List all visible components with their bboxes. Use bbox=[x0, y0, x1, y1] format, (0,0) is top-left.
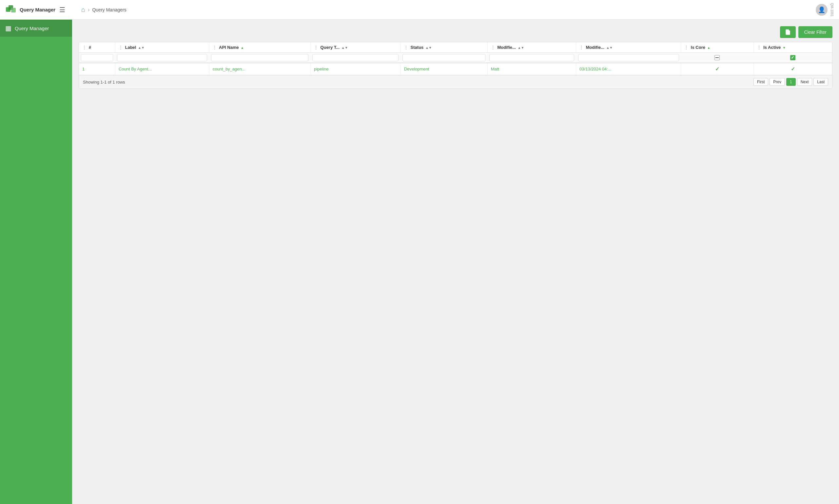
clear-filter-button[interactable]: Clear Filter bbox=[798, 26, 833, 38]
cell-is-active: ✓ bbox=[753, 63, 832, 75]
app-name: Query Manager bbox=[20, 7, 55, 13]
drag-handle-label: ⋮ bbox=[119, 45, 123, 50]
breadcrumb-separator: › bbox=[88, 7, 89, 13]
filter-input-status[interactable] bbox=[403, 54, 485, 61]
sort-icon-modby: ▲▼ bbox=[518, 46, 524, 50]
filter-isactive-checked[interactable] bbox=[790, 55, 796, 60]
col-label-hash: # bbox=[89, 45, 91, 50]
row-modon-link[interactable]: 03/13/2024 04:... bbox=[579, 67, 611, 71]
cell-api-name: count_by_agen... bbox=[209, 63, 310, 75]
row-id-link[interactable]: 1 bbox=[82, 67, 85, 71]
col-header-modified-on[interactable]: ⋮ Modifie... ▲▼ bbox=[576, 42, 681, 53]
cell-hash: 1 bbox=[79, 63, 115, 75]
table-body: 1 Count By Agent... count_by_agen... pip… bbox=[79, 63, 832, 75]
next-page-button[interactable]: Next bbox=[797, 78, 813, 86]
filter-iscore-checkbox-wrapper bbox=[683, 55, 751, 60]
row-status-link[interactable]: Development bbox=[404, 67, 429, 71]
main-layout: ▦ Query Manager Clear Filter bbox=[0, 20, 839, 504]
sidebar-item-label: Query Manager bbox=[15, 25, 49, 31]
row-modby-link[interactable]: Matt bbox=[491, 67, 499, 71]
cell-is-core: ✓ bbox=[681, 63, 753, 75]
logo-area: Query Manager ☰ bbox=[5, 4, 77, 16]
query-manager-icon: ▦ bbox=[5, 24, 12, 32]
drag-handle-iscore: ⋮ bbox=[684, 45, 688, 50]
cell-modified-on: 03/13/2024 04:... bbox=[576, 63, 681, 75]
filter-modby bbox=[487, 53, 576, 63]
filter-api bbox=[209, 53, 310, 63]
filter-input-api[interactable] bbox=[211, 54, 308, 61]
filter-label bbox=[115, 53, 209, 63]
col-header-query-type[interactable]: ⋮ Query T... ▲▼ bbox=[310, 42, 400, 53]
sort-icon-modon: ▲▼ bbox=[606, 46, 613, 50]
col-label-modby: Modifie... bbox=[498, 45, 516, 50]
prev-page-button[interactable]: Prev bbox=[769, 78, 785, 86]
filter-iscore bbox=[681, 53, 753, 63]
col-label-label: Label bbox=[125, 45, 136, 50]
col-header-label[interactable]: ⋮ Label ▲▼ bbox=[115, 42, 209, 53]
last-page-button[interactable]: Last bbox=[814, 78, 828, 86]
filter-isactive-checkbox-wrapper bbox=[755, 55, 830, 60]
drag-handle-api: ⋮ bbox=[213, 45, 217, 50]
new-record-button[interactable] bbox=[780, 26, 796, 38]
is-core-check-icon: ✓ bbox=[715, 66, 719, 72]
filter-input-qtype[interactable] bbox=[312, 54, 398, 61]
showing-text: Showing 1-1 of 1 rows bbox=[83, 79, 125, 85]
content-area: Clear Filter ⋮ # ⋮ Label ▲▼ bbox=[72, 20, 839, 504]
pagination-buttons: First Prev 1 Next Last bbox=[753, 78, 828, 86]
home-icon[interactable]: ⌂ bbox=[81, 6, 85, 14]
user-id-badge: QM-1001 bbox=[830, 3, 834, 17]
is-active-check-icon: ✓ bbox=[791, 66, 795, 72]
cell-status: Development bbox=[400, 63, 487, 75]
filter-modon bbox=[576, 53, 681, 63]
table-row: 1 Count By Agent... count_by_agen... pip… bbox=[79, 63, 832, 75]
col-header-hash[interactable]: ⋮ # bbox=[79, 42, 115, 53]
drag-handle-qtype: ⋮ bbox=[314, 45, 318, 50]
sort-icon-status: ▲▼ bbox=[425, 46, 432, 50]
filter-input-modby[interactable] bbox=[489, 54, 574, 61]
drag-handle-isactive: ⋮ bbox=[757, 45, 761, 50]
toolbar: Clear Filter bbox=[79, 26, 833, 38]
app-logo bbox=[5, 4, 17, 16]
filter-input-hash[interactable] bbox=[81, 54, 113, 61]
data-table: ⋮ # ⋮ Label ▲▼ ⋮ API Name ▲ bbox=[79, 42, 833, 89]
svg-rect-2 bbox=[11, 8, 16, 13]
sidebar: ▦ Query Manager bbox=[0, 20, 72, 504]
col-header-is-core[interactable]: ⋮ Is Core ▲ bbox=[681, 42, 753, 53]
filter-iscore-indeterminate[interactable] bbox=[714, 55, 720, 60]
row-api-link[interactable]: count_by_agen... bbox=[213, 67, 246, 71]
col-label-iscore: Is Core bbox=[691, 45, 705, 50]
sort-icon-qtype: ▲▼ bbox=[341, 46, 348, 50]
filter-input-label[interactable] bbox=[117, 54, 207, 61]
drag-handle-modby: ⋮ bbox=[491, 45, 495, 50]
col-header-is-active[interactable]: ⋮ Is Active ▼ bbox=[753, 42, 832, 53]
sidebar-item-query-manager[interactable]: ▦ Query Manager bbox=[0, 20, 72, 37]
pagination-row: Showing 1-1 of 1 rows First Prev 1 Next … bbox=[79, 75, 832, 89]
col-label-api: API Name bbox=[219, 45, 239, 50]
new-icon bbox=[785, 29, 791, 35]
sort-icon-iscore: ▲ bbox=[707, 46, 711, 50]
row-qtype-link[interactable]: pipeline bbox=[314, 67, 329, 71]
menu-toggle[interactable]: ☰ bbox=[59, 6, 65, 14]
first-page-button[interactable]: First bbox=[753, 78, 768, 86]
user-avatar[interactable]: 👤 bbox=[816, 4, 827, 16]
col-header-modified-by[interactable]: ⋮ Modifie... ▲▼ bbox=[487, 42, 576, 53]
current-page-button[interactable]: 1 bbox=[786, 78, 796, 86]
sort-icon-isactive: ▼ bbox=[783, 46, 786, 50]
filter-input-modon[interactable] bbox=[578, 54, 679, 61]
row-label-link[interactable]: Count By Agent... bbox=[119, 67, 152, 71]
table-header-row: ⋮ # ⋮ Label ▲▼ ⋮ API Name ▲ bbox=[79, 42, 832, 53]
col-label-modon: Modifie... bbox=[586, 45, 604, 50]
cell-label: Count By Agent... bbox=[115, 63, 209, 75]
drag-handle-modon: ⋮ bbox=[579, 45, 583, 50]
breadcrumb: ⌂ › Query Managers bbox=[81, 6, 812, 14]
col-header-api-name[interactable]: ⋮ API Name ▲ bbox=[209, 42, 310, 53]
topnav: Query Manager ☰ ⌂ › Query Managers 👤 QM-… bbox=[0, 0, 839, 20]
col-label-qtype: Query T... bbox=[321, 45, 340, 50]
col-header-status[interactable]: ⋮ Status ▲▼ bbox=[400, 42, 487, 53]
filter-isactive bbox=[753, 53, 832, 63]
table-filter-row bbox=[79, 53, 832, 63]
cell-query-type: pipeline bbox=[310, 63, 400, 75]
drag-handle-hash: ⋮ bbox=[82, 45, 86, 50]
cell-modified-by: Matt bbox=[487, 63, 576, 75]
sort-icon-label: ▲▼ bbox=[138, 46, 144, 50]
